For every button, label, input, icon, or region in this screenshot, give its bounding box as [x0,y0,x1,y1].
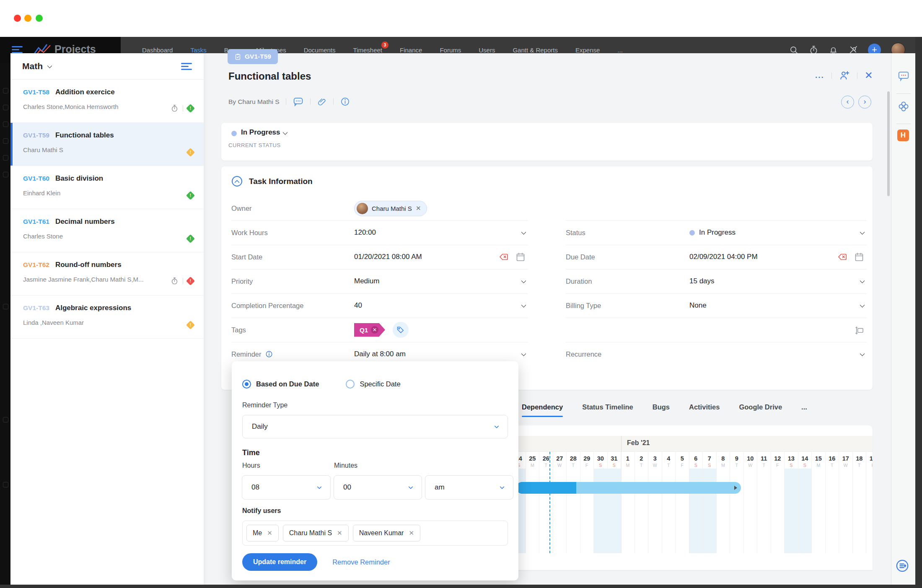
nav-item[interactable]: Expense [567,47,609,54]
tab[interactable]: Google Drive [739,403,782,417]
tab[interactable]: ... [801,403,807,417]
tab[interactable]: Dependency [522,403,563,417]
attachment-paperclip-icon[interactable] [317,97,326,106]
chevron-down-icon[interactable] [860,278,865,283]
quick-actions-icon[interactable] [895,559,909,573]
copy-icon[interactable] [855,325,864,335]
clear-date-icon[interactable] [499,252,509,262]
remove-user-icon[interactable]: ✕ [337,529,342,537]
nav-item[interactable]: Finance [391,47,431,54]
radio-based-on-due-date[interactable] [242,380,251,389]
chevron-down-icon[interactable] [860,302,865,308]
add-tag-icon[interactable] [393,322,409,338]
chevron-down-icon[interactable] [521,229,526,235]
remove-tag-icon[interactable]: ✕ [371,326,378,334]
task-item-title[interactable]: Decimal numbers [55,218,115,226]
chevron-down-icon[interactable] [521,278,526,283]
gantt-task-bar[interactable] [516,482,741,494]
clear-date-icon[interactable] [837,252,847,262]
task-list-item[interactable]: GV1-T61 Decimal numbers Charles Stone ! [10,209,204,252]
priority-value[interactable]: Medium [354,277,379,285]
remove-reminder-link[interactable]: Remove Reminder [332,558,390,566]
scrollbar-thumb[interactable] [887,91,890,196]
tag-chip[interactable]: Q1 ✕ [354,323,385,337]
tab[interactable]: Activities [689,403,720,417]
chevron-down-icon[interactable] [282,130,288,135]
chevron-down-icon[interactable] [521,302,526,308]
duration-value[interactable]: 15 days [689,277,715,285]
tab[interactable]: Bugs [653,403,670,417]
next-task-button[interactable]: › [858,96,871,109]
task-item-id[interactable]: GV1-T60 [23,175,49,182]
task-item-id[interactable]: GV1-T61 [23,218,49,225]
nav-item[interactable]: Gantt & Reports [504,47,567,54]
meridiem-select[interactable]: am [425,475,513,500]
chevron-down-icon[interactable] [860,229,865,235]
calendar-icon[interactable] [515,252,526,262]
more-options-icon[interactable]: ... [815,71,824,80]
task-list-item[interactable]: GV1-T59 Functional tables Charu Mathi S … [10,123,204,166]
task-item-id[interactable]: GV1-T58 [23,88,49,96]
status-value[interactable]: In Progress [241,128,280,137]
remove-owner-icon[interactable]: ✕ [416,205,421,212]
work-hours-value[interactable]: 120:00 [354,228,376,237]
start-date-value[interactable]: 01/20/2021 08:00 AM [354,253,422,261]
remove-user-icon[interactable]: ✕ [267,529,272,537]
notify-user-chip[interactable]: Me ✕ [246,525,279,541]
chevron-down-icon[interactable] [521,351,526,356]
calendar-icon[interactable] [854,252,864,262]
chat-feedback-icon[interactable] [897,70,910,83]
notify-user-chip[interactable]: Charu Mathi S ✕ [283,525,349,541]
status-value[interactable]: In Progress [699,228,736,237]
task-item-title[interactable]: Basic division [55,174,103,183]
nav-item[interactable]: Forums [431,47,470,54]
task-item-id[interactable]: GV1-T63 [23,304,49,312]
update-reminder-button[interactable]: Update reminder [242,553,317,571]
completion-value[interactable]: 40 [354,301,362,310]
notify-user-chip[interactable]: Naveen Kumar ✕ [353,525,420,541]
hours-select[interactable]: 08 [242,475,331,500]
apps-clover-icon[interactable] [897,100,910,113]
task-list-item[interactable]: GV1-T58 Addition exercice Charles Stone,… [10,80,204,123]
task-item-title[interactable]: Addition exercice [55,88,115,96]
chevron-down-icon[interactable] [860,351,865,356]
reminder-value[interactable]: Daily at 8:00 am [354,350,406,358]
task-item-title[interactable]: Round-off numbers [55,261,122,269]
task-item-title[interactable]: Functional tables [55,131,114,140]
task-list-item[interactable]: GV1-T63 Algebraic expressions Linda ,Nav… [10,295,204,339]
previous-task-button[interactable]: ‹ [841,96,854,109]
window-zoom-button[interactable] [36,15,43,22]
radio-specific-date[interactable] [346,380,355,389]
add-follower-icon[interactable] [839,70,850,81]
task-item-id[interactable]: GV1-T62 [23,261,49,269]
notify-users-input[interactable]: Me ✕ Charu Mathi S ✕ Naveen Kumar ✕ [242,521,508,546]
nav-item[interactable]: Timesheet 3 [344,47,391,54]
task-item-title[interactable]: Algebraic expressions [55,304,131,312]
list-filter-icon[interactable] [181,61,192,72]
chevron-down-icon[interactable] [47,63,52,68]
tab[interactable]: Status Timeline [582,403,633,417]
h-app-icon[interactable]: H [897,130,909,141]
close-icon[interactable]: ✕ [865,70,873,81]
remove-user-icon[interactable]: ✕ [409,529,414,537]
task-list-item[interactable]: GV1-T60 Basic division Einhard Klein ! [10,166,204,209]
task-list-item[interactable]: GV1-T62 Round-off numbers Jasmine Jasmin… [10,252,204,295]
nav-item[interactable]: Tasks [181,47,215,54]
nav-item[interactable]: Documents [295,47,344,54]
due-date-value[interactable]: 02/09/2021 04:00 PM [689,253,758,261]
project-selector[interactable]: Math [22,61,43,71]
nav-item[interactable]: ... [609,47,632,54]
window-minimize-button[interactable] [24,15,31,22]
nav-item[interactable]: Dashboard [133,47,181,54]
reminder-type-select[interactable]: Daily [242,415,508,438]
billing-type-value[interactable]: None [689,301,707,310]
task-item-id[interactable]: GV1-T59 [23,132,49,139]
window-close-button[interactable] [14,15,21,22]
collapse-section-icon[interactable] [232,176,242,187]
nav-item[interactable]: Users [470,47,504,54]
comments-icon[interactable] [293,96,303,107]
info-icon[interactable] [340,97,350,106]
minutes-select[interactable]: 00 [334,475,422,500]
reminder-info-icon[interactable] [265,350,273,358]
owner-chip[interactable]: Charu Mathi S ✕ [354,201,427,216]
